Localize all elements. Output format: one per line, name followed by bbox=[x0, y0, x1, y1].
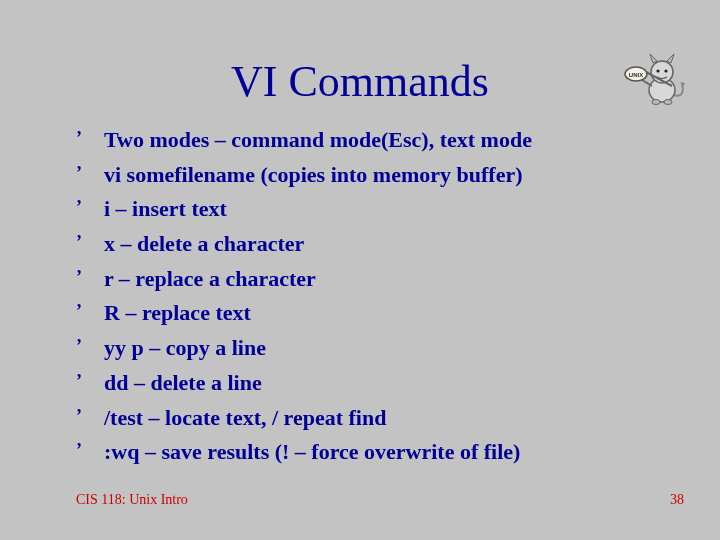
bullet-marker-icon: ’ bbox=[76, 298, 104, 323]
bullet-text: /test – locate text, / repeat find bbox=[104, 403, 386, 433]
bullet-marker-icon: ’ bbox=[76, 437, 104, 462]
bullet-text: :wq – save results (! – force overwrite … bbox=[104, 437, 520, 467]
bullet-text: yy p – copy a line bbox=[104, 333, 266, 363]
bullet-marker-icon: ’ bbox=[76, 403, 104, 428]
bullet-list: ’Two modes – command mode(Esc), text mod… bbox=[76, 125, 656, 472]
footer-course: CIS 118: Unix Intro bbox=[76, 492, 188, 508]
bullet-text: i – insert text bbox=[104, 194, 227, 224]
list-item: ’dd – delete a line bbox=[76, 368, 656, 398]
devil-cartoon-icon: UNIX bbox=[620, 50, 690, 110]
list-item: ’i – insert text bbox=[76, 194, 656, 224]
bullet-text: R – replace text bbox=[104, 298, 251, 328]
bullet-marker-icon: ’ bbox=[76, 368, 104, 393]
list-item: ’R – replace text bbox=[76, 298, 656, 328]
svg-point-5 bbox=[656, 69, 659, 72]
svg-point-11 bbox=[652, 100, 660, 105]
bullet-text: dd – delete a line bbox=[104, 368, 262, 398]
svg-marker-4 bbox=[667, 54, 674, 63]
svg-point-12 bbox=[664, 100, 672, 105]
bullet-text: vi somefilename (copies into memory buff… bbox=[104, 160, 523, 190]
list-item: ’/test – locate text, / repeat find bbox=[76, 403, 656, 433]
bullet-marker-icon: ’ bbox=[76, 194, 104, 219]
svg-marker-3 bbox=[650, 54, 657, 63]
list-item: ’r – replace a character bbox=[76, 264, 656, 294]
bullet-text: Two modes – command mode(Esc), text mode bbox=[104, 125, 532, 155]
list-item: ’:wq – save results (! – force overwrite… bbox=[76, 437, 656, 467]
bullet-text: r – replace a character bbox=[104, 264, 316, 294]
bullet-marker-icon: ’ bbox=[76, 264, 104, 289]
list-item: ’Two modes – command mode(Esc), text mod… bbox=[76, 125, 656, 155]
slide: VI Commands UNIX bbox=[0, 0, 720, 540]
bullet-marker-icon: ’ bbox=[76, 229, 104, 254]
bullet-text: x – delete a character bbox=[104, 229, 304, 259]
slide-title: VI Commands bbox=[0, 56, 720, 107]
list-item: ’vi somefilename (copies into memory buf… bbox=[76, 160, 656, 190]
bullet-marker-icon: ’ bbox=[76, 160, 104, 185]
bullet-marker-icon: ’ bbox=[76, 333, 104, 358]
list-item: ’x – delete a character bbox=[76, 229, 656, 259]
list-item: ’yy p – copy a line bbox=[76, 333, 656, 363]
svg-point-6 bbox=[664, 69, 667, 72]
footer-page-number: 38 bbox=[670, 492, 684, 508]
svg-text:UNIX: UNIX bbox=[629, 72, 643, 78]
bullet-marker-icon: ’ bbox=[76, 125, 104, 150]
